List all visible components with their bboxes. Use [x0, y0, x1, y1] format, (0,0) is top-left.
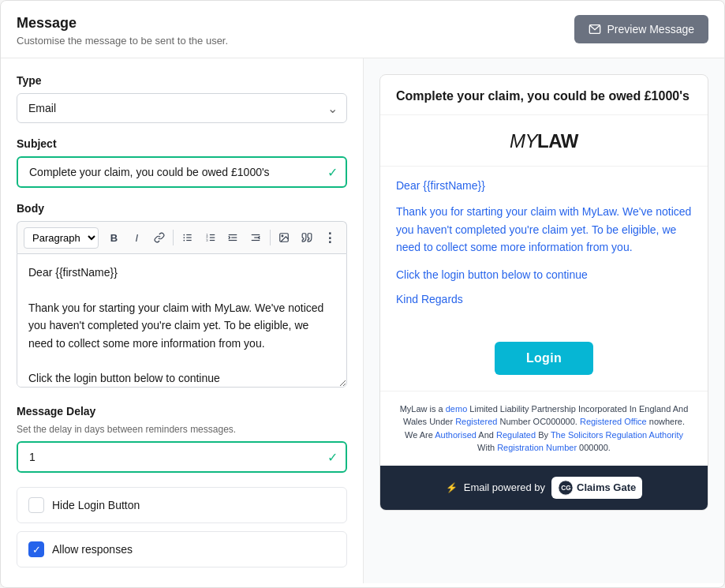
logo-my: my [510, 130, 537, 152]
legal-solicitors: The Solicitors Regulation Authority [551, 430, 683, 440]
preview-dear: Dear {{firstName}} [396, 179, 692, 192]
subject-label: Subject [17, 137, 347, 150]
message-delay-desc: Set the delay in days between reminders … [17, 424, 347, 435]
link-button[interactable] [149, 227, 170, 249]
footer-claims-gate-logo: CG Claims Gate [551, 477, 642, 499]
legal-registered-office: Registered Office [580, 417, 647, 426]
editor-toolbar: Paragraph B I 123 [17, 221, 347, 253]
body-field-group: Body Paragraph B I 123 [17, 202, 347, 391]
email-preview: Complete your claim, you could be owed £… [379, 74, 708, 511]
legal-registered: Registered [455, 417, 497, 426]
preview-regards: Kind Regards [396, 293, 692, 305]
message-delay-label: Message Delay [17, 405, 347, 418]
bold-button[interactable]: B [103, 227, 125, 249]
svg-text:3: 3 [206, 238, 208, 242]
message-delay-input[interactable] [17, 441, 347, 473]
subject-input[interactable] [17, 156, 347, 188]
allow-responses-checkbox[interactable] [28, 541, 44, 557]
more-button[interactable]: ⋮ [319, 227, 340, 249]
type-field-group: Type Email SMS Push Notification [17, 74, 347, 123]
type-select-wrapper: Email SMS Push Notification [17, 93, 347, 123]
allow-responses-row[interactable]: Allow responses [17, 531, 347, 567]
delay-check-icon: ✓ [327, 450, 338, 465]
preview-logo: myLAW [396, 128, 692, 153]
login-button-area: Login [380, 334, 708, 391]
svg-point-5 [183, 237, 185, 238]
bolt-icon: ⚡ [446, 482, 458, 493]
main-content: Type Email SMS Push Notification Subject… [1, 58, 724, 583]
footer-brand-name: Claims Gate [577, 481, 636, 493]
preview-email-title: Complete your claim, you could be owed £… [380, 75, 708, 114]
type-label: Type [17, 74, 347, 87]
body-label: Body [17, 202, 347, 215]
toolbar-sep-1 [173, 230, 174, 245]
preview-footer-brand: ⚡ Email powered by CG Claims Gate [380, 466, 708, 510]
legal-authorised: Authorised [435, 430, 476, 440]
footer-email-text: Email powered by [464, 481, 545, 493]
type-select[interactable]: Email SMS Push Notification [17, 93, 347, 123]
image-button[interactable] [274, 227, 295, 249]
header-text: Message Customise the message to be sent… [17, 15, 228, 47]
page-title: Message [17, 15, 228, 32]
svg-point-6 [183, 240, 185, 242]
quote-button[interactable] [296, 227, 317, 249]
svg-point-20 [282, 235, 283, 237]
allow-responses-label: Allow responses [52, 543, 133, 556]
italic-button[interactable]: I [126, 227, 148, 249]
outdent-button[interactable] [222, 227, 244, 249]
hide-login-label: Hide Login Button [52, 499, 140, 511]
preview-footer-legal: MyLaw is a demo Limited Liability Partne… [380, 391, 708, 466]
preview-login-button[interactable]: Login [495, 342, 593, 375]
legal-registration: Registration [497, 443, 544, 452]
subject-input-wrapper: ✓ [17, 156, 347, 188]
preview-message-button[interactable]: Preview Message [574, 15, 709, 43]
subject-field-group: Subject ✓ [17, 137, 347, 188]
legal-demo: demo [446, 404, 468, 414]
message-delay-input-wrapper: ✓ [17, 441, 347, 473]
subject-check-icon: ✓ [327, 165, 338, 180]
legal-number: Number [546, 443, 577, 452]
legal-regulated: Regulated [496, 430, 536, 440]
preview-logo-area: myLAW [380, 114, 708, 167]
preview-paragraph2: Click the login button below to continue [396, 266, 692, 283]
svg-text:CG: CG [561, 484, 571, 492]
email-icon [589, 23, 601, 36]
page-header: Message Customise the message to be sent… [1, 1, 724, 58]
page-subtitle: Customise the message to be sent to the … [17, 35, 228, 47]
message-delay-field-group: Message Delay Set the delay in days betw… [17, 405, 347, 473]
svg-point-4 [183, 234, 185, 236]
left-panel: Type Email SMS Push Notification Subject… [1, 58, 364, 583]
logo-law: LAW [537, 130, 578, 152]
bullet-list-button[interactable] [177, 227, 198, 249]
preview-paragraph1: Thank you for starting your claim with M… [396, 203, 692, 256]
toolbar-sep-2 [270, 230, 271, 245]
claims-gate-icon: CG [558, 480, 574, 496]
hide-login-row[interactable]: Hide Login Button [17, 487, 347, 523]
ordered-list-button[interactable]: 123 [200, 227, 221, 249]
indent-button[interactable] [245, 227, 267, 249]
preview-body: Dear {{firstName}} Thank you for startin… [380, 167, 708, 334]
right-panel: Complete your claim, you could be owed £… [364, 58, 724, 583]
body-editor[interactable]: Dear {{firstName}} Thank you for startin… [17, 253, 347, 388]
hide-login-checkbox[interactable] [28, 497, 44, 513]
paragraph-select[interactable]: Paragraph [24, 227, 99, 249]
